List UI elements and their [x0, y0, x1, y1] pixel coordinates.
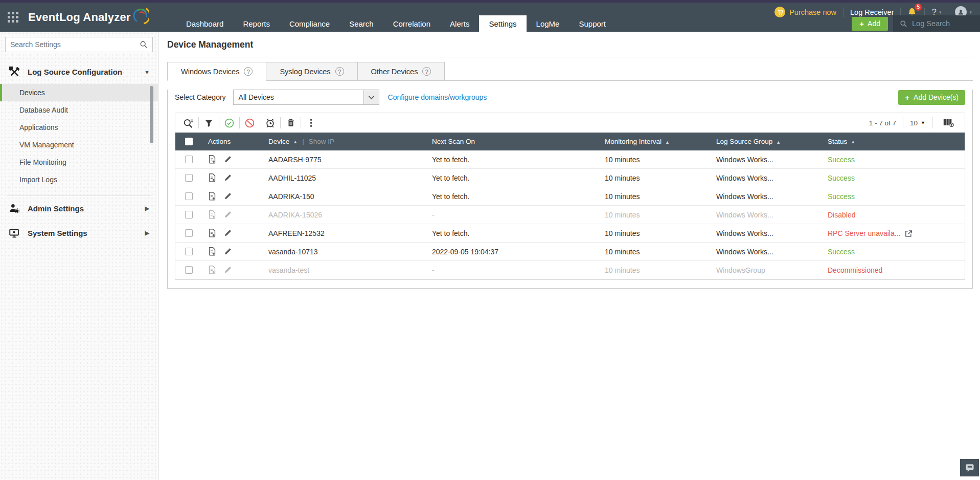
search-icon[interactable]: [140, 40, 148, 49]
sidebar-item-applications[interactable]: Applications: [0, 119, 158, 136]
columns-add-icon: [943, 118, 954, 127]
nav-item-search[interactable]: Search: [339, 15, 383, 32]
log-search-button[interactable]: Log Search: [893, 15, 980, 32]
more-actions-button[interactable]: [302, 116, 321, 129]
edit-pencil-icon[interactable]: [224, 248, 232, 255]
edit-pencil-icon[interactable]: [224, 174, 232, 182]
nav-item-compliance[interactable]: Compliance: [280, 15, 339, 32]
nav-item-alerts[interactable]: Alerts: [440, 15, 479, 32]
device-name[interactable]: AADHIL-11025: [262, 174, 426, 182]
device-name[interactable]: AADRIKA-150: [262, 192, 426, 201]
nav-item-correlation[interactable]: Correlation: [383, 15, 440, 32]
row-checkbox[interactable]: [185, 174, 193, 182]
row-checkbox[interactable]: [185, 229, 193, 237]
disable-button[interactable]: [240, 116, 259, 129]
configure-domains-link[interactable]: Configure domains/workgroups: [388, 93, 487, 101]
page-size-select[interactable]: 10 ▼: [910, 119, 925, 127]
add-device-button[interactable]: + Add Device(s): [898, 90, 965, 105]
sidebar-item-devices[interactable]: Devices: [0, 84, 158, 101]
select-all-checkbox[interactable]: [185, 138, 193, 145]
device-name[interactable]: AADARSH-9775: [262, 156, 426, 164]
column-chooser-button[interactable]: [939, 116, 958, 129]
sidebar-item-import-logs[interactable]: Import Logs: [0, 171, 158, 188]
device-config-icon[interactable]: [208, 266, 216, 274]
device-name[interactable]: vasanda-10713: [262, 248, 426, 256]
nav-item-dashboard[interactable]: Dashboard: [176, 15, 233, 32]
help-icon[interactable]: ?: [422, 67, 431, 76]
sidebar-section-log-source-configuration[interactable]: Log Source Configuration ▼: [0, 57, 158, 84]
nav-item-logme[interactable]: LogMe: [527, 15, 569, 32]
column-header-interval[interactable]: Monitoring Interval: [605, 138, 662, 145]
edit-pencil-icon[interactable]: [224, 156, 232, 163]
select-dropdown-button[interactable]: [363, 90, 379, 104]
select-category-label: Select Category: [175, 93, 226, 101]
log-source-group-value: Windows Works...: [710, 248, 822, 256]
tab-other-devices[interactable]: Other Devices ?: [358, 62, 445, 81]
row-checkbox[interactable]: [185, 192, 193, 200]
row-checkbox[interactable]: [185, 266, 193, 274]
sort-asc-icon[interactable]: ▲: [665, 140, 670, 145]
chevron-right-icon: ▶: [145, 230, 149, 236]
advanced-search-button[interactable]: [179, 116, 198, 129]
device-config-icon[interactable]: [208, 210, 216, 219]
device-row: AADHIL-11025Yet to fetch.10 minutesWindo…: [175, 169, 965, 187]
device-config-icon[interactable]: [208, 247, 216, 256]
sidebar-item-file-monitoring[interactable]: File Monitoring: [0, 154, 158, 171]
row-checkbox[interactable]: [185, 156, 193, 163]
global-add-button[interactable]: + Add: [852, 17, 888, 31]
sort-asc-icon[interactable]: ▲: [776, 140, 781, 145]
sort-asc-icon[interactable]: ▲: [851, 139, 855, 144]
interval-value: 10 minutes: [599, 156, 710, 164]
sidebar-item-database-audit[interactable]: Database Audit: [0, 101, 158, 119]
edit-pencil-icon[interactable]: [224, 229, 232, 237]
device-config-icon[interactable]: [208, 155, 216, 164]
sidebar-section-admin-settings[interactable]: Admin Settings ▶: [0, 196, 158, 221]
status-badge: Success: [828, 156, 855, 164]
nav-item-support[interactable]: Support: [569, 15, 616, 32]
edit-pencil-icon[interactable]: [224, 211, 232, 219]
apps-grid-icon[interactable]: [8, 12, 18, 23]
sidebar-scrollbar[interactable]: [150, 86, 153, 143]
row-checkbox[interactable]: [185, 248, 193, 255]
scan-schedule-button[interactable]: [261, 116, 280, 129]
sort-asc-icon[interactable]: ▲: [293, 139, 298, 144]
edit-pencil-icon[interactable]: [224, 192, 232, 200]
sidebar-item-vm-management[interactable]: VM Management: [0, 136, 158, 154]
column-header-next-scan[interactable]: Next Scan On: [426, 138, 599, 145]
app-logo[interactable]: EventLog Analyzer: [28, 10, 149, 25]
feedback-chat-button[interactable]: [960, 459, 979, 476]
settings-search-input[interactable]: [10, 40, 140, 49]
device-name[interactable]: AAFREEN-12532: [262, 229, 426, 237]
nav-item-settings[interactable]: Settings: [479, 15, 526, 32]
toolbar-divider: [219, 117, 219, 128]
column-header-device[interactable]: Device: [268, 138, 289, 145]
device-config-icon[interactable]: [208, 229, 216, 237]
add-device-label: Add Device(s): [914, 93, 959, 101]
show-ip-toggle[interactable]: Show IP: [309, 138, 334, 145]
column-header-group[interactable]: Log Source Group: [716, 138, 772, 145]
device-config-icon[interactable]: [208, 173, 216, 182]
external-link-icon[interactable]: [905, 230, 913, 237]
purchase-now-button[interactable]: Purchase now: [774, 7, 836, 17]
category-select[interactable]: All Devices: [233, 90, 379, 105]
trash-icon: [287, 118, 295, 127]
delete-button[interactable]: [281, 116, 300, 129]
nav-item-reports[interactable]: Reports: [233, 15, 280, 32]
row-checkbox[interactable]: [185, 211, 193, 219]
sidebar-section-system-settings[interactable]: System Settings ▶: [0, 221, 158, 245]
help-icon[interactable]: ?: [244, 67, 253, 76]
log-source-group-value: Windows Works...: [710, 174, 822, 182]
device-config-icon[interactable]: [208, 192, 216, 201]
alarm-clock-icon: [265, 118, 275, 128]
help-icon[interactable]: ?: [335, 67, 344, 76]
edit-pencil-icon[interactable]: [224, 266, 232, 274]
grid-pagination: 1 - 7 of 7 10 ▼: [869, 116, 961, 129]
tab-syslog-devices[interactable]: Syslog Devices ?: [266, 62, 357, 81]
device-name[interactable]: vasanda-test: [262, 266, 426, 274]
device-name[interactable]: AADRIKA-15026: [262, 211, 426, 219]
tab-label: Other Devices: [371, 68, 418, 76]
enable-button[interactable]: [220, 116, 239, 129]
tab-windows-devices[interactable]: Windows Devices ?: [167, 62, 266, 81]
filter-button[interactable]: [199, 116, 218, 129]
column-header-status[interactable]: Status: [828, 138, 847, 145]
